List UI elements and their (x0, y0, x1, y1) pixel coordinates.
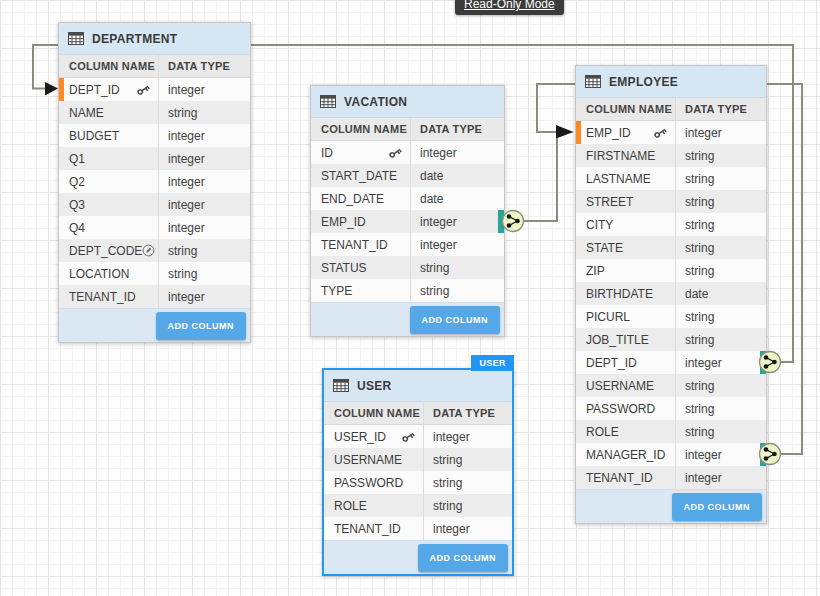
column-row-employee-dept-id[interactable]: DEPT_IDinteger (576, 351, 766, 374)
column-name: STATE (586, 241, 623, 255)
column-row-vacation-start-date[interactable]: START_DATEdate (311, 164, 504, 187)
column-name: TENANT_ID (69, 290, 136, 304)
one-arrow-employee-emp-id (556, 125, 574, 139)
column-name: ROLE (586, 425, 619, 439)
table-grid-icon (333, 379, 349, 392)
column-row-employee-state[interactable]: STATEstring (576, 236, 766, 259)
add-column-button-employee[interactable]: ADD COLUMN (672, 493, 763, 521)
column-name-cell: STREET (576, 195, 675, 209)
column-row-vacation-type[interactable]: TYPEstring (311, 279, 504, 302)
column-row-employee-birthdate[interactable]: BIRTHDATEdate (576, 282, 766, 305)
data-type-cell: integer (675, 443, 766, 466)
column-name-cell: USERNAME (324, 453, 423, 467)
table-grid-icon (585, 75, 601, 88)
table-department[interactable]: DEPARTMENTCOLUMN NAMEDATA TYPEDEPT_IDint… (58, 22, 251, 343)
column-name-cell: USER_ID (324, 430, 423, 444)
table-footer-vacation: ADD COLUMN (311, 302, 504, 336)
column-row-department-dept-id[interactable]: DEPT_IDinteger (59, 78, 250, 101)
column-row-vacation-emp-id[interactable]: EMP_IDinteger (311, 210, 504, 233)
column-row-department-q3[interactable]: Q3integer (59, 193, 250, 216)
column-name: STREET (586, 195, 633, 209)
column-row-vacation-end-date[interactable]: END_DATEdate (311, 187, 504, 210)
column-name-cell: TYPE (311, 284, 410, 298)
column-row-employee-city[interactable]: CITYstring (576, 213, 766, 236)
column-row-department-location[interactable]: LOCATIONstring (59, 262, 250, 285)
column-row-employee-emp-id[interactable]: EMP_IDinteger (576, 121, 766, 144)
column-row-employee-picurl[interactable]: PICURLstring (576, 305, 766, 328)
column-name-cell: EMP_ID (576, 126, 675, 140)
data-type-cell: integer (675, 351, 766, 374)
column-name-header: COLUMN NAME (576, 103, 675, 115)
data-type-cell: string (410, 279, 504, 302)
relationship-line-vacation-employee (513, 132, 557, 221)
column-row-department-q2[interactable]: Q2integer (59, 170, 250, 193)
data-type-header: DATA TYPE (423, 402, 512, 424)
data-type-cell: string (423, 494, 512, 517)
column-row-department-q1[interactable]: Q1integer (59, 147, 250, 170)
data-type-cell: string (675, 144, 766, 167)
column-name-cell: Q1 (59, 152, 158, 166)
column-row-vacation-status[interactable]: STATUSstring (311, 256, 504, 279)
table-header-department[interactable]: DEPARTMENT (59, 23, 250, 55)
column-row-user-password[interactable]: PASSWORDstring (324, 471, 512, 494)
column-name: DEPT_ID (69, 83, 120, 97)
column-row-employee-zip[interactable]: ZIPstring (576, 259, 766, 282)
column-row-employee-role[interactable]: ROLEstring (576, 420, 766, 443)
column-row-employee-manager-id[interactable]: MANAGER_IDinteger (576, 443, 766, 466)
add-column-button-user[interactable]: ADD COLUMN (418, 544, 509, 572)
column-name: Q4 (69, 221, 85, 235)
column-name: TYPE (321, 284, 352, 298)
key-icon (388, 146, 402, 160)
many-connector-vacation-emp-id[interactable] (503, 211, 524, 232)
add-column-button-vacation[interactable]: ADD COLUMN (410, 306, 501, 334)
column-name-cell: DEPT_ID (576, 356, 675, 370)
column-row-user-role[interactable]: ROLEstring (324, 494, 512, 517)
data-type-cell: integer (675, 121, 766, 144)
column-row-department-q4[interactable]: Q4integer (59, 216, 250, 239)
column-row-user-username[interactable]: USERNAMEstring (324, 448, 512, 471)
table-vacation[interactable]: VACATIONCOLUMN NAMEDATA TYPEIDintegerSTA… (310, 85, 505, 337)
table-user[interactable]: USERUSERCOLUMN NAMEDATA TYPEUSER_IDinteg… (322, 368, 514, 576)
column-row-department-tenant-id[interactable]: TENANT_IDinteger (59, 285, 250, 308)
edit-icon (142, 244, 155, 257)
column-name: LASTNAME (586, 172, 651, 186)
data-type-cell: date (410, 164, 504, 187)
table-title: DEPARTMENT (92, 32, 177, 46)
column-name: BUDGET (69, 129, 119, 143)
column-row-vacation-id[interactable]: IDinteger (311, 141, 504, 164)
column-row-user-tenant-id[interactable]: TENANT_IDinteger (324, 517, 512, 540)
table-grid-icon (68, 32, 84, 45)
column-row-vacation-tenant-id[interactable]: TENANT_IDinteger (311, 233, 504, 256)
column-row-department-dept-code[interactable]: DEPT_CODEstring (59, 239, 250, 262)
table-header-vacation[interactable]: VACATION (311, 86, 504, 118)
column-row-employee-firstname[interactable]: FIRSTNAMEstring (576, 144, 766, 167)
column-row-employee-tenant-id[interactable]: TENANT_IDinteger (576, 466, 766, 489)
column-row-department-budget[interactable]: BUDGETinteger (59, 124, 250, 147)
column-name-cell: ID (311, 146, 410, 160)
column-name: TENANT_ID (334, 522, 401, 536)
column-row-employee-lastname[interactable]: LASTNAMEstring (576, 167, 766, 190)
table-header-user[interactable]: USER (324, 370, 512, 402)
data-type-cell: string (675, 236, 766, 259)
column-row-employee-password[interactable]: PASSWORDstring (576, 397, 766, 420)
column-name-cell: EMP_ID (311, 215, 410, 229)
schema-canvas[interactable]: Read-Only Mode DEPARTMENTCOLUMN NAMEDATA… (0, 0, 820, 596)
key-icon (136, 83, 150, 97)
column-headers-user: COLUMN NAMEDATA TYPE (324, 402, 512, 425)
column-row-employee-username[interactable]: USERNAMEstring (576, 374, 766, 397)
data-type-cell: integer (423, 425, 512, 448)
table-title: VACATION (344, 95, 407, 109)
table-header-employee[interactable]: EMPLOYEE (576, 66, 766, 98)
add-column-button-department[interactable]: ADD COLUMN (156, 312, 247, 340)
column-name: PASSWORD (586, 402, 655, 416)
column-row-user-user-id[interactable]: USER_IDinteger (324, 425, 512, 448)
column-row-department-name[interactable]: NAMEstring (59, 101, 250, 124)
column-name-cell: LOCATION (59, 267, 158, 281)
column-name-header: COLUMN NAME (59, 60, 158, 72)
column-row-employee-street[interactable]: STREETstring (576, 190, 766, 213)
column-row-employee-job-title[interactable]: JOB_TITLEstring (576, 328, 766, 351)
data-type-cell: date (410, 187, 504, 210)
column-name-cell: Q2 (59, 175, 158, 189)
table-employee[interactable]: EMPLOYEECOLUMN NAMEDATA TYPEEMP_IDintege… (575, 65, 767, 524)
data-type-cell: integer (675, 466, 766, 489)
